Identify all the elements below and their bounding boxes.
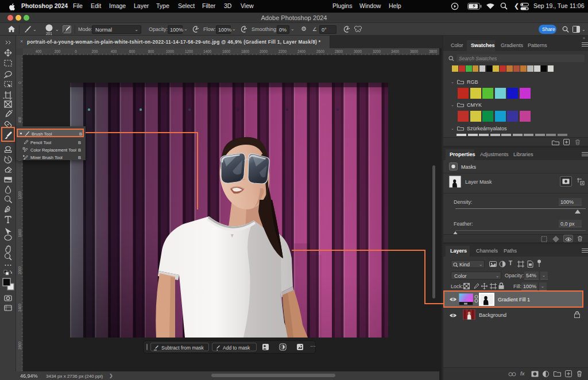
svg-text:400: 400 bbox=[111, 49, 117, 53]
svg-text:1800: 1800 bbox=[241, 49, 250, 53]
svg-text:1600: 1600 bbox=[222, 49, 231, 53]
svg-text:600: 600 bbox=[129, 49, 136, 53]
svg-text:2800: 2800 bbox=[18, 342, 22, 350]
svg-text:1200: 1200 bbox=[185, 49, 194, 53]
svg-text:2000: 2000 bbox=[18, 266, 22, 275]
svg-text:2400: 2400 bbox=[18, 304, 22, 312]
svg-text:3000: 3000 bbox=[354, 49, 362, 53]
svg-text:400: 400 bbox=[36, 49, 42, 53]
svg-text:2800: 2800 bbox=[335, 49, 343, 53]
svg-text:1000: 1000 bbox=[166, 49, 175, 53]
svg-text:200: 200 bbox=[55, 49, 61, 53]
svg-text:1600: 1600 bbox=[18, 229, 22, 238]
svg-text:1200: 1200 bbox=[18, 191, 22, 200]
svg-text:2400: 2400 bbox=[297, 49, 306, 53]
svg-text:800: 800 bbox=[148, 49, 154, 53]
svg-text:0: 0 bbox=[75, 49, 77, 53]
svg-text:3800: 3800 bbox=[429, 49, 438, 53]
svg-text:400: 400 bbox=[18, 117, 22, 123]
svg-text:2600: 2600 bbox=[316, 49, 325, 53]
svg-text:1400: 1400 bbox=[203, 49, 212, 53]
svg-text:3200: 3200 bbox=[373, 49, 381, 53]
svg-text:0: 0 bbox=[18, 82, 22, 84]
svg-text:3600: 3600 bbox=[410, 49, 419, 53]
svg-text:2200: 2200 bbox=[278, 49, 287, 53]
svg-text:3400: 3400 bbox=[391, 49, 400, 53]
svg-text:2000: 2000 bbox=[260, 49, 268, 53]
svg-text:200: 200 bbox=[92, 49, 98, 53]
